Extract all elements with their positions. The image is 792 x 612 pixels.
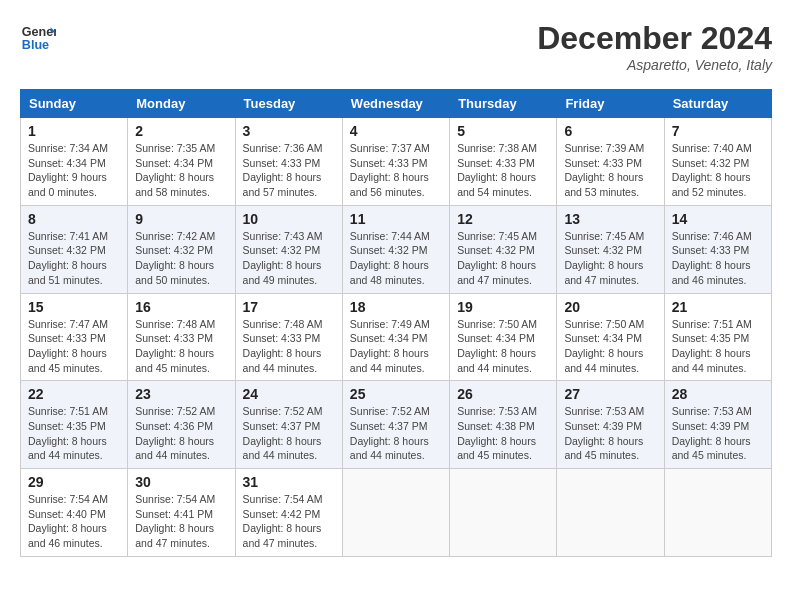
day-info: Sunrise: 7:53 AM Sunset: 4:38 PM Dayligh… [457, 404, 549, 463]
day-number: 21 [672, 299, 764, 315]
day-info: Sunrise: 7:34 AM Sunset: 4:34 PM Dayligh… [28, 141, 120, 200]
day-number: 14 [672, 211, 764, 227]
day-number: 3 [243, 123, 335, 139]
day-number: 11 [350, 211, 442, 227]
calendar-cell: 23 Sunrise: 7:52 AM Sunset: 4:36 PM Dayl… [128, 381, 235, 469]
day-info: Sunrise: 7:51 AM Sunset: 4:35 PM Dayligh… [672, 317, 764, 376]
calendar-cell: 3 Sunrise: 7:36 AM Sunset: 4:33 PM Dayli… [235, 118, 342, 206]
day-info: Sunrise: 7:48 AM Sunset: 4:33 PM Dayligh… [243, 317, 335, 376]
day-info: Sunrise: 7:39 AM Sunset: 4:33 PM Dayligh… [564, 141, 656, 200]
day-info: Sunrise: 7:54 AM Sunset: 4:41 PM Dayligh… [135, 492, 227, 551]
day-number: 15 [28, 299, 120, 315]
day-number: 30 [135, 474, 227, 490]
day-number: 4 [350, 123, 442, 139]
day-number: 31 [243, 474, 335, 490]
calendar-cell [450, 469, 557, 557]
calendar-cell: 26 Sunrise: 7:53 AM Sunset: 4:38 PM Dayl… [450, 381, 557, 469]
calendar-cell: 13 Sunrise: 7:45 AM Sunset: 4:32 PM Dayl… [557, 205, 664, 293]
calendar-cell: 2 Sunrise: 7:35 AM Sunset: 4:34 PM Dayli… [128, 118, 235, 206]
day-info: Sunrise: 7:43 AM Sunset: 4:32 PM Dayligh… [243, 229, 335, 288]
day-number: 16 [135, 299, 227, 315]
calendar-cell: 10 Sunrise: 7:43 AM Sunset: 4:32 PM Dayl… [235, 205, 342, 293]
day-number: 10 [243, 211, 335, 227]
day-info: Sunrise: 7:48 AM Sunset: 4:33 PM Dayligh… [135, 317, 227, 376]
weekday-header-row: SundayMondayTuesdayWednesdayThursdayFrid… [21, 90, 772, 118]
day-info: Sunrise: 7:47 AM Sunset: 4:33 PM Dayligh… [28, 317, 120, 376]
calendar-cell: 28 Sunrise: 7:53 AM Sunset: 4:39 PM Dayl… [664, 381, 771, 469]
day-number: 20 [564, 299, 656, 315]
day-number: 23 [135, 386, 227, 402]
calendar-cell [342, 469, 449, 557]
logo: General Blue [20, 20, 56, 56]
day-number: 7 [672, 123, 764, 139]
weekday-thursday: Thursday [450, 90, 557, 118]
calendar-cell: 14 Sunrise: 7:46 AM Sunset: 4:33 PM Dayl… [664, 205, 771, 293]
calendar-cell: 25 Sunrise: 7:52 AM Sunset: 4:37 PM Dayl… [342, 381, 449, 469]
day-info: Sunrise: 7:37 AM Sunset: 4:33 PM Dayligh… [350, 141, 442, 200]
calendar-cell [664, 469, 771, 557]
calendar-table: SundayMondayTuesdayWednesdayThursdayFrid… [20, 89, 772, 557]
weekday-monday: Monday [128, 90, 235, 118]
day-number: 27 [564, 386, 656, 402]
day-number: 8 [28, 211, 120, 227]
day-info: Sunrise: 7:45 AM Sunset: 4:32 PM Dayligh… [457, 229, 549, 288]
day-number: 5 [457, 123, 549, 139]
day-number: 12 [457, 211, 549, 227]
day-info: Sunrise: 7:42 AM Sunset: 4:32 PM Dayligh… [135, 229, 227, 288]
calendar-cell: 4 Sunrise: 7:37 AM Sunset: 4:33 PM Dayli… [342, 118, 449, 206]
calendar-cell: 1 Sunrise: 7:34 AM Sunset: 4:34 PM Dayli… [21, 118, 128, 206]
location: Asparetto, Veneto, Italy [537, 57, 772, 73]
calendar-cell: 11 Sunrise: 7:44 AM Sunset: 4:32 PM Dayl… [342, 205, 449, 293]
calendar-cell: 24 Sunrise: 7:52 AM Sunset: 4:37 PM Dayl… [235, 381, 342, 469]
weekday-sunday: Sunday [21, 90, 128, 118]
svg-text:Blue: Blue [22, 38, 49, 52]
day-number: 26 [457, 386, 549, 402]
day-info: Sunrise: 7:46 AM Sunset: 4:33 PM Dayligh… [672, 229, 764, 288]
weekday-friday: Friday [557, 90, 664, 118]
calendar-cell: 5 Sunrise: 7:38 AM Sunset: 4:33 PM Dayli… [450, 118, 557, 206]
day-number: 9 [135, 211, 227, 227]
calendar-cell: 18 Sunrise: 7:49 AM Sunset: 4:34 PM Dayl… [342, 293, 449, 381]
day-info: Sunrise: 7:52 AM Sunset: 4:36 PM Dayligh… [135, 404, 227, 463]
day-info: Sunrise: 7:41 AM Sunset: 4:32 PM Dayligh… [28, 229, 120, 288]
day-number: 22 [28, 386, 120, 402]
day-info: Sunrise: 7:53 AM Sunset: 4:39 PM Dayligh… [564, 404, 656, 463]
day-info: Sunrise: 7:52 AM Sunset: 4:37 PM Dayligh… [350, 404, 442, 463]
day-info: Sunrise: 7:36 AM Sunset: 4:33 PM Dayligh… [243, 141, 335, 200]
calendar-cell: 15 Sunrise: 7:47 AM Sunset: 4:33 PM Dayl… [21, 293, 128, 381]
weekday-wednesday: Wednesday [342, 90, 449, 118]
day-info: Sunrise: 7:50 AM Sunset: 4:34 PM Dayligh… [564, 317, 656, 376]
day-info: Sunrise: 7:51 AM Sunset: 4:35 PM Dayligh… [28, 404, 120, 463]
calendar-cell: 22 Sunrise: 7:51 AM Sunset: 4:35 PM Dayl… [21, 381, 128, 469]
day-info: Sunrise: 7:49 AM Sunset: 4:34 PM Dayligh… [350, 317, 442, 376]
day-info: Sunrise: 7:35 AM Sunset: 4:34 PM Dayligh… [135, 141, 227, 200]
day-info: Sunrise: 7:45 AM Sunset: 4:32 PM Dayligh… [564, 229, 656, 288]
calendar-cell: 31 Sunrise: 7:54 AM Sunset: 4:42 PM Dayl… [235, 469, 342, 557]
month-title: December 2024 [537, 20, 772, 57]
title-block: December 2024 Asparetto, Veneto, Italy [537, 20, 772, 73]
day-info: Sunrise: 7:53 AM Sunset: 4:39 PM Dayligh… [672, 404, 764, 463]
day-number: 1 [28, 123, 120, 139]
calendar-cell: 29 Sunrise: 7:54 AM Sunset: 4:40 PM Dayl… [21, 469, 128, 557]
day-number: 2 [135, 123, 227, 139]
calendar-cell: 21 Sunrise: 7:51 AM Sunset: 4:35 PM Dayl… [664, 293, 771, 381]
day-number: 29 [28, 474, 120, 490]
day-info: Sunrise: 7:40 AM Sunset: 4:32 PM Dayligh… [672, 141, 764, 200]
calendar-cell: 7 Sunrise: 7:40 AM Sunset: 4:32 PM Dayli… [664, 118, 771, 206]
day-number: 28 [672, 386, 764, 402]
day-info: Sunrise: 7:54 AM Sunset: 4:40 PM Dayligh… [28, 492, 120, 551]
day-info: Sunrise: 7:54 AM Sunset: 4:42 PM Dayligh… [243, 492, 335, 551]
day-number: 19 [457, 299, 549, 315]
calendar-cell [557, 469, 664, 557]
calendar-cell: 8 Sunrise: 7:41 AM Sunset: 4:32 PM Dayli… [21, 205, 128, 293]
calendar-cell: 20 Sunrise: 7:50 AM Sunset: 4:34 PM Dayl… [557, 293, 664, 381]
calendar-cell: 9 Sunrise: 7:42 AM Sunset: 4:32 PM Dayli… [128, 205, 235, 293]
logo-icon: General Blue [20, 20, 56, 56]
day-number: 24 [243, 386, 335, 402]
weekday-saturday: Saturday [664, 90, 771, 118]
calendar-week-5: 29 Sunrise: 7:54 AM Sunset: 4:40 PM Dayl… [21, 469, 772, 557]
calendar-week-2: 8 Sunrise: 7:41 AM Sunset: 4:32 PM Dayli… [21, 205, 772, 293]
calendar-cell: 27 Sunrise: 7:53 AM Sunset: 4:39 PM Dayl… [557, 381, 664, 469]
calendar-cell: 12 Sunrise: 7:45 AM Sunset: 4:32 PM Dayl… [450, 205, 557, 293]
day-number: 13 [564, 211, 656, 227]
